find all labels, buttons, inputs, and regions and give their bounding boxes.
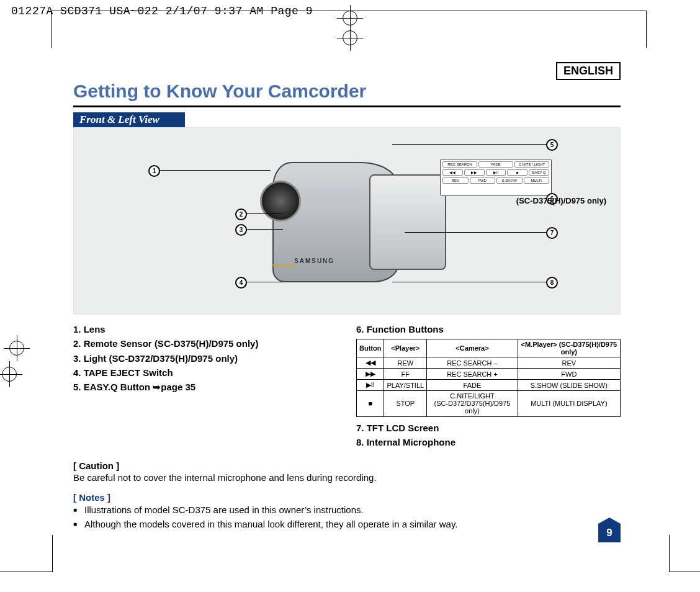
language-badge: ENGLISH bbox=[556, 62, 621, 80]
table-head: Button bbox=[357, 339, 384, 357]
panel-label: REV bbox=[442, 177, 469, 184]
function-buttons-table: Button <Player> <Camera> <M.Player> (SC-… bbox=[356, 339, 621, 416]
caution-heading: [ Caution ] bbox=[73, 460, 621, 471]
table-head: <M.Player> (SC-D375(H)/D975 only) bbox=[518, 339, 620, 357]
part-item: 8. Internal Microphone bbox=[356, 435, 621, 449]
print-slug: 01227A SCD371 USA~022 2/1/07 9:37 AM Pag… bbox=[11, 5, 313, 17]
table-cell: REC SEARCH + bbox=[427, 369, 518, 380]
button-panel-inset: REC SEARCH FADE C.NITE / LIGHT ◀◀ ▶▶ ▶II… bbox=[440, 159, 552, 196]
part-item: 6. Function Buttons bbox=[356, 322, 621, 336]
table-cell: FF bbox=[384, 369, 427, 380]
callout-5: 5 bbox=[546, 139, 558, 151]
crop-mark bbox=[646, 11, 647, 48]
stop-icon: ■ bbox=[368, 400, 372, 407]
callout-lead bbox=[392, 144, 547, 145]
crop-mark bbox=[51, 11, 52, 48]
panel-label: FADE bbox=[478, 161, 513, 168]
crop-mark bbox=[0, 572, 53, 572]
tape-eject-label: TAPE EJECT bbox=[272, 264, 295, 267]
part-item: 7. TFT LCD Screen bbox=[356, 421, 621, 435]
callout-7: 7 bbox=[546, 227, 558, 239]
table-cell: REC SEARCH – bbox=[427, 357, 518, 369]
table-cell: S.SHOW (SLIDE SHOW) bbox=[518, 380, 620, 391]
brand-label: SAMSUNG bbox=[294, 258, 334, 264]
callout-lead bbox=[405, 232, 547, 233]
callout-4: 4 bbox=[235, 277, 247, 289]
table-row: ◀◀ REW REC SEARCH – REV bbox=[357, 357, 621, 369]
camera-lcd bbox=[369, 174, 446, 270]
section-heading: Front & Left View bbox=[73, 112, 185, 127]
table-cell: PLAY/STILL bbox=[384, 380, 427, 391]
note-item: Although the models covered in this manu… bbox=[84, 517, 621, 531]
table-cell: MULTI (MULTI DISPLAY) bbox=[518, 391, 620, 416]
panel-label: C.NITE / LIGHT bbox=[514, 161, 549, 168]
play-pause-icon: ▶II bbox=[366, 381, 375, 389]
panel-label: EASY Q bbox=[529, 169, 549, 176]
notes-list: Illustrations of model SC-D375 are used … bbox=[73, 503, 621, 532]
rewind-icon: ◀◀ bbox=[366, 359, 375, 367]
note-item: Illustrations of model SC-D375 are used … bbox=[84, 503, 621, 517]
table-row: ■ STOP C.NITE/LIGHT (SC-D372/D375(H)/D97… bbox=[357, 391, 621, 416]
parts-list-left: 1. Lens 2. Remote Sensor (SC-D375(H)/D97… bbox=[73, 322, 338, 394]
table-cell: REW bbox=[384, 357, 427, 369]
part-item: 4. TAPE EJECT Switch bbox=[73, 366, 338, 380]
table-cell: C.NITE/LIGHT (SC-D372/D375(H)/D975 only) bbox=[427, 391, 518, 416]
part-item: 5. EASY.Q Button ➥page 35 bbox=[73, 380, 338, 394]
panel-label: FWD bbox=[470, 177, 496, 184]
caution-body: Be careful not to cover the internal mic… bbox=[73, 471, 621, 485]
panel-label: S.SHOW bbox=[496, 177, 523, 184]
fast-forward-icon: ▶▶ bbox=[366, 370, 375, 378]
callout-lead bbox=[246, 213, 283, 214]
panel-label: ◀◀ bbox=[442, 169, 463, 176]
part-item: 1. Lens bbox=[73, 322, 338, 336]
registration-mark bbox=[337, 25, 363, 51]
callout-3: 3 bbox=[235, 224, 247, 236]
registration-mark bbox=[4, 335, 30, 361]
panel-label: ▶II bbox=[486, 169, 506, 176]
notes-heading: [ Notes ] bbox=[73, 492, 621, 503]
parts-list-right: 7. TFT LCD Screen 8. Internal Microphone bbox=[356, 421, 621, 450]
table-cell: REV bbox=[518, 357, 620, 369]
crop-mark bbox=[669, 572, 700, 572]
table-cell: STOP bbox=[384, 391, 427, 416]
table-row: ▶▶ FF REC SEARCH + FWD bbox=[357, 369, 621, 380]
page-number-badge: 9 bbox=[598, 524, 621, 542]
registration-mark bbox=[0, 361, 22, 387]
callout-8: 8 bbox=[546, 277, 558, 289]
page-number: 9 bbox=[606, 527, 612, 539]
callout-lead bbox=[159, 170, 271, 171]
part-item: 2. Remote Sensor (SC-D375(H)/D975 only) bbox=[73, 336, 338, 351]
model-restriction-note: (SC-D375(H)/D975 only) bbox=[516, 196, 606, 205]
camera-lens bbox=[260, 181, 301, 222]
panel-label: ■ bbox=[507, 169, 527, 176]
panel-label: REC SEARCH bbox=[442, 161, 477, 168]
callout-lead bbox=[246, 282, 283, 282]
callout-lead bbox=[392, 282, 547, 282]
table-head: <Player> bbox=[384, 339, 427, 357]
callout-1: 1 bbox=[148, 165, 160, 177]
camcorder-diagram: SAMSUNG TAPE EJECT REC SEARCH FADE C.NIT… bbox=[73, 127, 621, 315]
panel-label: MULTI bbox=[524, 177, 550, 184]
table-cell: FWD bbox=[518, 369, 620, 380]
table-head: <Camera> bbox=[427, 339, 518, 357]
page-title: Getting to Know Your Camcorder bbox=[73, 81, 621, 102]
part-item: 3. Light (SC-D372/D375(H)/D975 only) bbox=[73, 351, 338, 366]
panel-label: ▶▶ bbox=[464, 169, 485, 176]
table-cell: FADE bbox=[427, 380, 518, 391]
callout-2: 2 bbox=[235, 209, 247, 220]
table-row: ▶II PLAY/STILL FADE S.SHOW (SLIDE SHOW) bbox=[357, 380, 621, 391]
callout-lead bbox=[246, 229, 283, 230]
title-rule bbox=[73, 105, 621, 107]
